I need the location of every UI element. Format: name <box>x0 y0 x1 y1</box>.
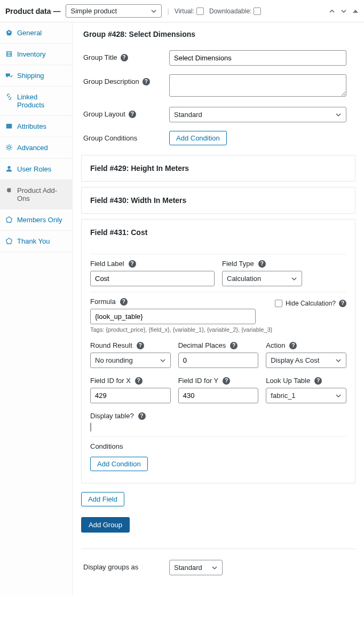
advanced-icon <box>5 144 13 151</box>
help-icon[interactable]: ? <box>339 300 346 307</box>
field-id-x-label: Field ID for X? <box>90 377 171 385</box>
panel-header: Product data — Simple product | Virtual:… <box>0 0 364 22</box>
hide-calculation-checkbox[interactable] <box>275 300 282 307</box>
move-up-icon[interactable] <box>329 8 335 14</box>
formula-label: Formula? <box>90 298 128 306</box>
chevron-down-icon <box>335 112 342 118</box>
svg-point-1 <box>7 146 10 148</box>
field-id-y-input[interactable] <box>178 388 259 403</box>
sidebar-tab-linked[interactable]: Linked Products <box>0 87 72 116</box>
svg-point-2 <box>7 166 10 169</box>
help-icon[interactable]: ? <box>135 377 143 385</box>
tab-label: Members Only <box>17 216 62 224</box>
help-icon[interactable]: ? <box>120 298 128 306</box>
round-result-label: Round Result? <box>90 341 171 349</box>
help-icon[interactable]: ? <box>230 342 238 349</box>
field-type-select[interactable]: Calculation <box>222 271 302 286</box>
chevron-down-icon <box>335 393 342 399</box>
group-layout-value: Standard <box>174 111 202 119</box>
group-desc-input[interactable] <box>169 74 346 97</box>
linked-icon <box>5 93 13 100</box>
tab-label: Shipping <box>17 72 44 80</box>
addons-icon <box>5 186 13 194</box>
group-desc-row: Group Description? <box>81 70 355 103</box>
action-value: Display As Cost <box>271 356 319 364</box>
help-icon[interactable]: ? <box>143 78 150 85</box>
display-table-checkbox[interactable] <box>90 423 91 432</box>
display-groups-value: Standard <box>174 564 202 572</box>
title-dash: — <box>53 7 60 15</box>
help-icon[interactable]: ? <box>129 111 136 118</box>
decimal-places-input[interactable] <box>178 353 259 368</box>
field-id-x-input[interactable] <box>90 388 171 403</box>
group-heading[interactable]: Group #428: Select Dimensions <box>81 22 355 46</box>
product-type-select[interactable]: Simple product <box>66 4 162 18</box>
sidebar-tab-userroles[interactable]: User Roles <box>0 159 72 180</box>
round-result-select[interactable]: No rounding <box>90 353 171 368</box>
userroles-icon <box>5 165 13 173</box>
field-add-condition-button[interactable]: Add Condition <box>90 457 148 471</box>
inventory-icon <box>5 50 13 58</box>
sidebar-tab-shipping[interactable]: Shipping <box>0 65 72 87</box>
virtual-checkbox[interactable] <box>196 7 204 15</box>
field-header-429[interactable]: Field #429: Height In Meters <box>82 155 355 181</box>
tab-label: General <box>17 29 42 37</box>
help-icon[interactable]: ? <box>137 342 144 349</box>
virtual-label: Virtual: <box>175 7 194 15</box>
sidebar-tab-thankyou[interactable]: Thank You <box>0 231 72 252</box>
virtual-toggle[interactable]: Virtual: <box>175 7 204 15</box>
formula-input[interactable] <box>90 309 256 324</box>
content-area: Group #428: Select Dimensions Group Titl… <box>73 22 364 596</box>
sidebar-tab-general[interactable]: General <box>0 22 72 44</box>
group-title-label: Group Title? <box>83 50 161 61</box>
field-card-430: Field #430: Width In Meters <box>81 187 355 214</box>
field-card-429: Field #429: Height In Meters <box>81 155 355 182</box>
help-icon[interactable]: ? <box>138 412 146 420</box>
add-field-button[interactable]: Add Field <box>81 492 124 506</box>
lookup-table-label: Look Up Table? <box>266 377 346 385</box>
sidebar-tab-addons[interactable]: Product Add-Ons <box>0 180 72 209</box>
move-down-icon[interactable] <box>341 8 347 14</box>
tab-label: User Roles <box>17 165 51 173</box>
help-icon[interactable]: ? <box>314 377 322 385</box>
field-card-431: Field #431: Cost Field Label? Field Type… <box>81 219 355 483</box>
lookup-table-select[interactable]: fabric_1 <box>266 388 346 403</box>
field-header-430[interactable]: Field #430: Width In Meters <box>82 187 355 213</box>
action-select[interactable]: Display As Cost <box>266 353 346 368</box>
group-layout-select[interactable]: Standard <box>169 107 346 122</box>
add-condition-button[interactable]: Add Condition <box>169 131 227 145</box>
sidebar-tab-members[interactable]: Members Only <box>0 209 72 231</box>
thankyou-icon <box>5 237 13 245</box>
collapse-icon[interactable] <box>352 8 359 14</box>
chevron-down-icon <box>211 565 218 571</box>
tab-label: Product Add-Ons <box>17 186 67 202</box>
downloadable-toggle[interactable]: Downloadable: <box>209 7 261 15</box>
help-icon[interactable]: ? <box>223 377 230 385</box>
field-header-431[interactable]: Field #431: Cost <box>82 220 355 245</box>
add-group-button[interactable]: Add Group <box>81 517 130 533</box>
display-groups-select[interactable]: Standard <box>169 560 223 575</box>
downloadable-checkbox[interactable] <box>254 7 261 15</box>
members-icon <box>5 216 13 223</box>
group-layout-row: Group Layout? Standard <box>81 103 355 127</box>
sidebar-tab-inventory[interactable]: Inventory <box>0 44 72 65</box>
help-icon[interactable]: ? <box>289 342 297 349</box>
group-layout-label: Group Layout? <box>83 107 161 118</box>
tab-label: Linked Products <box>17 93 67 109</box>
group-title-input[interactable] <box>169 50 346 66</box>
tab-label: Advanced <box>17 144 48 152</box>
help-icon[interactable]: ? <box>129 260 136 268</box>
field-conditions-label: Conditions <box>90 442 346 450</box>
display-table-label: Display table?? <box>90 412 346 420</box>
help-icon[interactable]: ? <box>258 260 266 268</box>
field-type-label: Field Type? <box>222 260 346 268</box>
group-conditions-label: Group Conditions <box>83 131 161 142</box>
chevron-down-icon <box>160 357 166 364</box>
help-icon[interactable]: ? <box>121 54 128 61</box>
sidebar-tab-attributes[interactable]: Attributes <box>0 116 72 137</box>
main-wrap: GeneralInventoryShippingLinked ProductsA… <box>0 22 364 596</box>
field-label-input[interactable] <box>90 271 215 286</box>
chevron-down-icon <box>291 276 297 282</box>
group-conditions-row: Group Conditions Add Condition <box>81 127 355 150</box>
sidebar-tab-advanced[interactable]: Advanced <box>0 137 72 159</box>
